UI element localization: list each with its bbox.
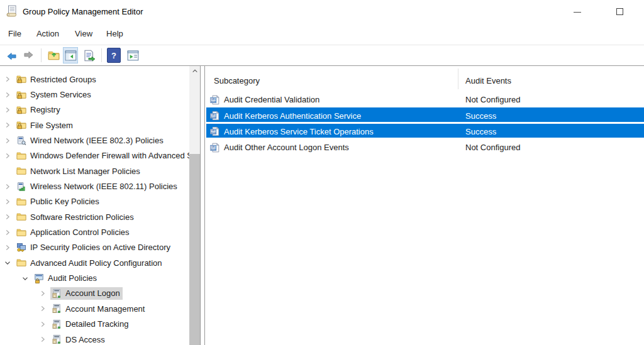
up-one-level-icon: [48, 50, 60, 62]
chevron-right-icon[interactable]: [3, 227, 13, 238]
audit-events-value: Success: [465, 127, 496, 136]
menu-help[interactable]: Help: [106, 29, 123, 38]
tree-item-network-list-manager-policies[interactable]: Network List Manager Policies: [0, 163, 189, 178]
chevron-down-icon[interactable]: [20, 273, 30, 283]
chevron-right-icon[interactable]: [3, 74, 13, 84]
chevron-none: [3, 166, 13, 176]
menu-bar: File Action View Help: [0, 23, 644, 45]
tree-item-wireless-network[interactable]: Wireless Network (IEEE 802.11) Policies: [0, 178, 189, 194]
chevron-right-icon[interactable]: [38, 288, 48, 298]
tree-item-account-logon[interactable]: Account Logon: [0, 286, 189, 301]
tree-scrollbar[interactable]: [189, 66, 200, 345]
scrollbar-up-button[interactable]: [189, 66, 200, 76]
menu-file[interactable]: File: [8, 29, 21, 38]
tree-item-ds-access[interactable]: DS Access: [0, 332, 189, 345]
tree-rows: Restricted Groups System Services Regist…: [0, 72, 189, 345]
audit-category-icon: [52, 288, 62, 298]
gpme-scroll-icon: [6, 5, 18, 18]
chevron-right-icon[interactable]: [3, 197, 13, 207]
folder-lock-icon: [16, 120, 26, 130]
folder-icon: [16, 227, 26, 238]
minimize-button[interactable]: [574, 12, 581, 13]
chevron-right-icon[interactable]: [3, 212, 13, 222]
audit-category-icon: [52, 334, 62, 344]
show-console-tree-icon: [65, 50, 77, 62]
chevron-right-icon[interactable]: [3, 120, 13, 130]
show-console-tree-button[interactable]: [63, 47, 78, 63]
list-row-audit-kerberos-authentication-service[interactable]: Audit Kerberos Authentication Service Su…: [206, 107, 644, 123]
chevron-right-icon[interactable]: [3, 136, 13, 146]
back-button[interactable]: [4, 47, 19, 63]
tree-item-audit-policies[interactable]: Audit Policies: [0, 270, 189, 285]
toolbar-separator: [41, 48, 42, 62]
chevron-right-icon[interactable]: [3, 105, 13, 115]
chevron-right-icon[interactable]: [3, 243, 13, 253]
tree-item-advanced-audit-policy-configuration[interactable]: Advanced Audit Policy Configuration: [0, 255, 189, 270]
audit-policies-icon: [34, 273, 44, 283]
binary-policy-icon: [210, 95, 220, 105]
menu-view[interactable]: View: [75, 29, 92, 38]
tree-item-public-key-policies[interactable]: Public Key Policies: [0, 194, 189, 209]
toolbar-separator: [101, 48, 102, 62]
list-header: Subcategory Audit Events: [205, 66, 644, 92]
chevron-right-icon[interactable]: [3, 182, 13, 192]
tree-item-restricted-groups[interactable]: Restricted Groups: [0, 72, 189, 87]
folder-lock-icon: [16, 90, 26, 100]
title-bar: Group Policy Management Editor: [0, 0, 644, 23]
menu-action[interactable]: Action: [36, 29, 59, 38]
folder-icon: [16, 151, 26, 161]
tree-item-software-restriction-policies[interactable]: Software Restriction Policies: [0, 209, 189, 224]
forward-icon: [23, 51, 35, 60]
console-content: Restricted Groups System Services Regist…: [0, 65, 644, 345]
column-header-subcategory[interactable]: Subcategory: [214, 76, 260, 85]
chevron-right-icon[interactable]: [3, 90, 13, 100]
folder-lock-icon: [16, 105, 26, 115]
folder-lock-icon: [16, 74, 26, 84]
audit-category-icon: [52, 319, 62, 329]
chevron-right-icon[interactable]: [38, 304, 48, 314]
tree-item-detailed-tracking[interactable]: Detailed Tracking: [0, 317, 189, 332]
list-row-audit-kerberos-service-ticket-operations[interactable]: Audit Kerberos Service Ticket Operations…: [206, 124, 644, 140]
tree-item-system-services[interactable]: System Services: [0, 87, 189, 102]
audit-events-value: Not Configured: [465, 95, 520, 104]
tree-item-application-control-policies[interactable]: Application Control Policies: [0, 224, 189, 239]
tree-item-registry[interactable]: Registry: [0, 102, 189, 118]
tree-item-wired-network[interactable]: Wired Network (IEEE 802.3) Policies: [0, 133, 189, 148]
tree-item-windows-defender-firewall[interactable]: Windows Defender Firewall with Advanced …: [0, 148, 189, 163]
export-list-button[interactable]: [81, 47, 96, 63]
help-button[interactable]: ?: [106, 47, 121, 63]
chevron-right-icon[interactable]: [38, 334, 48, 344]
tree-item-file-system[interactable]: File System: [0, 118, 189, 133]
show-properties-button[interactable]: [125, 47, 140, 63]
chevron-right-icon[interactable]: [38, 319, 48, 329]
subcategory-list-pane: Subcategory Audit Events Audit Credentia…: [204, 66, 644, 345]
chevron-down-icon[interactable]: [3, 258, 13, 268]
console-tree-pane: Restricted Groups System Services Regist…: [0, 66, 201, 345]
show-properties-icon: [127, 50, 139, 62]
chevron-right-icon[interactable]: [3, 151, 13, 161]
tree-item-ip-security-policies[interactable]: IP Security Policies on Active Directory: [0, 240, 189, 255]
binary-policy-icon: [210, 111, 220, 121]
column-header-audit-events[interactable]: Audit Events: [465, 76, 511, 85]
wireless-network-icon: [16, 182, 26, 192]
audit-category-icon: [52, 304, 62, 314]
list-row-audit-credential-validation[interactable]: Audit Credential Validation Not Configur…: [206, 92, 644, 107]
scrollbar-thumb[interactable]: [189, 154, 200, 345]
up-one-level-button[interactable]: [46, 47, 61, 63]
toolbar: ?: [0, 45, 644, 66]
column-divider[interactable]: [458, 68, 458, 89]
scrollbar-up-icon: [192, 68, 198, 74]
folder-icon: [16, 258, 26, 268]
wired-network-icon: [16, 136, 26, 146]
ip-security-icon: [16, 243, 26, 253]
folder-icon: [16, 197, 26, 207]
window-title: Group Policy Management Editor: [23, 7, 143, 16]
forward-button[interactable]: [21, 47, 36, 63]
folder-icon: [16, 166, 26, 176]
tree-item-account-management[interactable]: Account Management: [0, 301, 189, 316]
export-list-icon: [83, 50, 95, 62]
list-row-audit-other-account-logon-events[interactable]: Audit Other Account Logon Events Not Con…: [206, 140, 644, 155]
audit-events-value: Success: [465, 111, 496, 121]
maximize-button[interactable]: [616, 8, 623, 15]
list-rows: Audit Credential Validation Not Configur…: [205, 92, 644, 156]
